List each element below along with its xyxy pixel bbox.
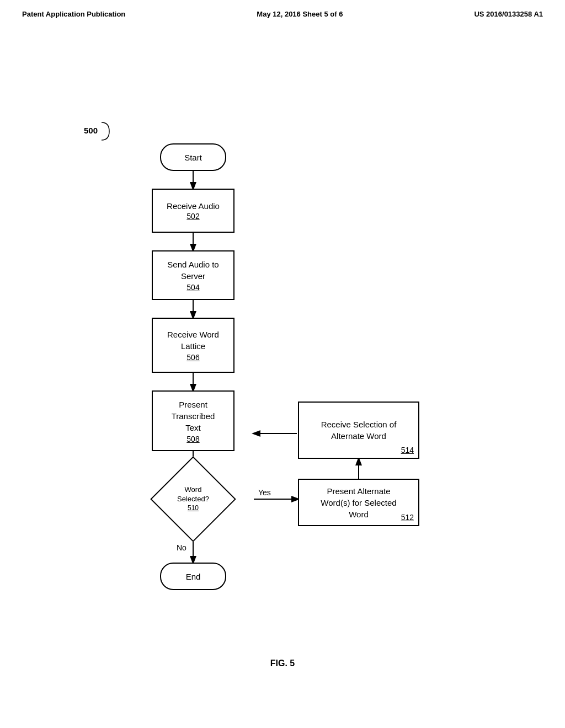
flow-arrows: Yes No	[0, 44, 565, 695]
label-500: 500	[84, 126, 98, 135]
header-center: May 12, 2016 Sheet 5 of 6	[257, 10, 343, 18]
node-word-selected: Word Selected? 510	[163, 469, 223, 529]
page-header: Patent Application Publication May 12, 2…	[0, 0, 565, 24]
svg-text:Yes: Yes	[258, 488, 271, 497]
node-receive-word-lattice: Receive Word Lattice 506	[152, 318, 234, 373]
figure-label: FIG. 5	[270, 659, 295, 668]
node-present-alternate: Present Alternate Word(s) for Selected W…	[298, 479, 419, 526]
node-receive-selection: Receive Selection of Alternate Word 514	[298, 402, 419, 459]
node-present-transcribed: Present Transcribed Text 508	[152, 390, 234, 451]
node-end: End	[160, 563, 226, 590]
node-receive-audio: Receive Audio 502	[152, 189, 234, 233]
header-left: Patent Application Publication	[22, 10, 125, 18]
node-send-audio: Send Audio to Server 504	[152, 250, 234, 300]
header-right: US 2016/0133258 A1	[474, 10, 543, 18]
svg-text:No: No	[177, 543, 186, 552]
diagram-area: 500 Yes No	[0, 44, 565, 695]
node-start: Start	[160, 143, 226, 171]
